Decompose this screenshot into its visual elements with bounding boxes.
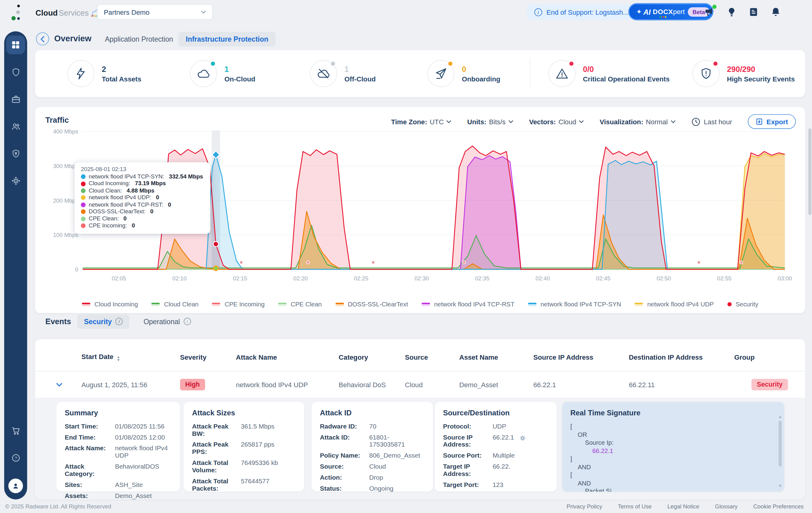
cloud-icon	[190, 60, 217, 87]
tab-application-protection[interactable]: Application Protection	[98, 32, 180, 47]
column-header-asset-name[interactable]: Asset Name	[459, 353, 533, 361]
traffic-card: Traffic Time Zone:UTCUnits:Bits/sVectors…	[35, 107, 805, 313]
asset-stats-card: 2Total Assets1On-Cloud1Off-Cloud0Onboard…	[35, 50, 805, 97]
scroll-down-arrow[interactable]	[779, 485, 782, 488]
feedback-icon[interactable]	[747, 6, 760, 18]
legend-cpe-incoming[interactable]: CPE Incoming	[212, 301, 265, 308]
legend-network-flood-ipv4-tcp-rst[interactable]: network flood IPv4 TCP-RST	[422, 301, 514, 308]
field-attack-peak-bw-: Attack Peak BW:361.5 Mbps	[192, 423, 296, 437]
signature-line: [	[571, 423, 776, 431]
sidebar-item-marketplace[interactable]	[6, 421, 25, 440]
export-button[interactable]: Export	[748, 114, 796, 129]
legend-network-flood-ipv4-udp[interactable]: network flood IPv4 UDP	[635, 301, 714, 308]
idea-icon[interactable]	[725, 6, 738, 18]
copyright-text: © 2025 Radware Ltd. All Rights Reserved	[5, 503, 111, 509]
tab-security-label: Security	[84, 317, 112, 325]
cell-source: Cloud	[405, 381, 459, 389]
svg-text:400 Mbps: 400 Mbps	[53, 128, 78, 135]
table-header: Start Date▲▼SeverityAttack NameCategoryS…	[35, 339, 805, 372]
account-selector-value: Partners Demo	[104, 8, 149, 16]
cell-group: Security	[734, 379, 805, 391]
sidebar-item-dashboard[interactable]	[6, 35, 25, 54]
ai-docxpert-button[interactable]: ✦ AI DOCX pert Beta	[628, 3, 714, 20]
event-details: SummaryStart Time:01/08/2025 11:56End Ti…	[35, 398, 805, 499]
field-assets-: Assets:Demo_Asset	[65, 492, 172, 500]
cell-attack-name: network flood IPv4 UDP	[236, 381, 339, 389]
severity-badge: High	[180, 379, 205, 391]
column-header-category[interactable]: Category	[339, 353, 405, 361]
legend-security[interactable]: Security	[727, 301, 758, 308]
tab-operational[interactable]: Operational i	[137, 314, 198, 329]
stat-text: 1On-Cloud	[224, 64, 255, 83]
footer-link-glossary[interactable]: Glossary	[715, 503, 737, 509]
row-expand-chevron[interactable]	[56, 382, 64, 387]
brand-logo: Cloud Services	[35, 7, 105, 18]
sidebar-item-help[interactable]: ?	[6, 449, 25, 467]
svg-text:02:35: 02:35	[475, 275, 489, 282]
footer-link-cookie-preferences[interactable]: Cookie Preferences	[753, 503, 804, 509]
footer-link-terms-of-use[interactable]: Terms of Use	[618, 503, 651, 509]
tab-infrastructure-protection[interactable]: Infrastructure Protection	[178, 32, 276, 47]
sidebar-item-ai-network[interactable]	[6, 171, 25, 190]
column-header-start-date[interactable]: Start Date▲▼	[81, 353, 180, 362]
tab-operational-label: Operational	[144, 317, 180, 325]
control-vectors-[interactable]: Vectors:Cloud	[529, 117, 584, 125]
app-logo	[11, 3, 24, 23]
sidebar-item-users[interactable]	[6, 117, 25, 136]
announcement-icon[interactable]	[703, 6, 716, 18]
time-range-selector[interactable]: Last hour	[691, 117, 732, 126]
page-scrollbar[interactable]	[808, 128, 812, 215]
field-source-port-: Source Port:Multiple	[443, 452, 549, 459]
docx-dots	[660, 16, 666, 18]
back-button[interactable]	[36, 32, 49, 46]
field-policy-name-: Policy Name:806_Demo_Asset	[320, 452, 425, 459]
account-selector[interactable]: Partners Demo	[97, 4, 213, 20]
svg-text:02:40: 02:40	[535, 275, 550, 282]
sort-icon: ▲▼	[117, 355, 120, 362]
column-header-group[interactable]: Group	[734, 353, 805, 361]
footer-link-privacy-policy[interactable]: Privacy Policy	[567, 503, 602, 509]
stat-high-security-events: 290/290High Security Events	[693, 60, 795, 87]
control-units-[interactable]: Units:Bits/s	[467, 117, 513, 125]
stat-value: 0/0	[583, 64, 669, 74]
panel-real-time-signature: Real Time Signature[ORSource Ip:66.22.1]…	[562, 402, 784, 491]
legend-doss-ssl-cleartext[interactable]: DOSS-SSL-ClearText	[335, 301, 408, 308]
end-of-support-notice[interactable]: i End of Support: Logstash...	[527, 4, 636, 20]
sidebar-item-security-settings[interactable]	[6, 144, 25, 163]
column-header-source-ip-address[interactable]: Source IP Address	[533, 353, 629, 361]
legend-cloud-incoming[interactable]: Cloud Incoming	[82, 301, 138, 308]
app-screen: Cloud Services Partners Demo i End of Su…	[0, 0, 812, 513]
column-header-destination-ip-address[interactable]: Destination IP Address	[629, 353, 734, 361]
scrollbar-thumb[interactable]	[808, 128, 811, 215]
sidebar-item-portfolio[interactable]	[6, 90, 25, 108]
legend-cloud-clean[interactable]: Cloud Clean	[151, 301, 199, 308]
info-icon: i	[534, 8, 542, 16]
control-visualization-[interactable]: Visualization:Normal	[600, 117, 675, 125]
stat-total-assets: 2Total Assets	[67, 60, 141, 87]
legend-network-flood-ipv4-tcp-syn[interactable]: network flood IPv4 TCP-SYN	[528, 301, 621, 308]
scroll-up-arrow[interactable]	[779, 416, 782, 418]
panel-scrollbar[interactable]	[779, 421, 782, 466]
panel-title: Attack ID	[320, 409, 425, 417]
panel-title: Source/Destination	[443, 409, 549, 417]
svg-text:02:10: 02:10	[172, 275, 187, 282]
events-table-card: Start Date▲▼SeverityAttack NameCategoryS…	[35, 339, 805, 499]
alert-icon	[549, 60, 576, 87]
user-avatar[interactable]	[8, 478, 23, 493]
column-header-source[interactable]: Source	[405, 353, 459, 361]
control-time-zone-[interactable]: Time Zone:UTC	[391, 117, 452, 125]
notification-icon[interactable]	[769, 6, 782, 18]
sidebar-item-protection[interactable]	[6, 63, 25, 81]
status-dot	[210, 61, 216, 67]
legend-cpe-clean[interactable]: CPE Clean	[278, 301, 322, 308]
column-header-attack-name[interactable]: Attack Name	[236, 353, 339, 361]
stat-text: 2Total Assets	[102, 64, 141, 83]
table-row[interactable]: August 1, 2025, 11:56Highnetwork flood I…	[35, 372, 805, 398]
tooltip-row: network flood IPv4 UDP: 0	[81, 194, 204, 201]
panel-source-destination: Source/DestinationProtocol:UDPSource IP …	[435, 402, 557, 491]
ai-analysis-icon[interactable]	[518, 434, 527, 443]
cloud-off-icon	[310, 60, 337, 87]
footer-link-legal-notice[interactable]: Legal Notice	[667, 503, 699, 509]
column-header-severity[interactable]: Severity	[180, 353, 236, 361]
tab-security[interactable]: Security i	[77, 314, 129, 329]
